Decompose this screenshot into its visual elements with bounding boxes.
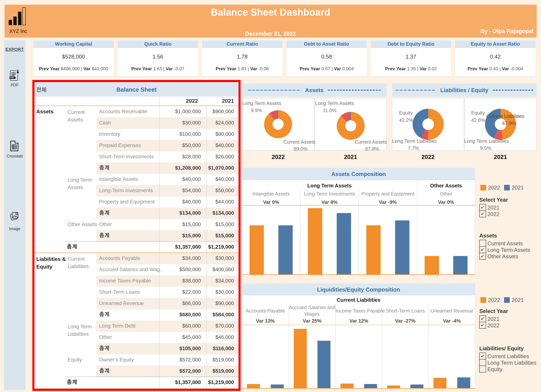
svg-text:PDF: PDF <box>10 77 14 79</box>
